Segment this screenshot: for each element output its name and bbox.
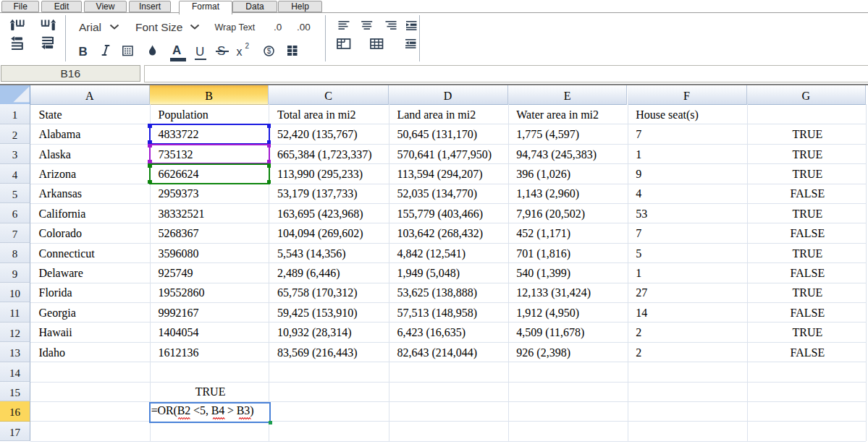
svg-text:$: $ (267, 47, 271, 55)
